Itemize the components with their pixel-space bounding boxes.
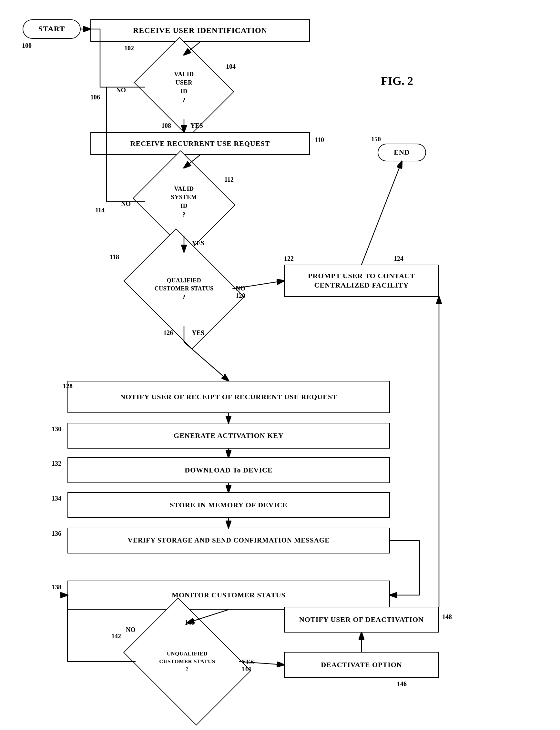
label-120: 120: [236, 292, 245, 299]
label-108: 108: [161, 122, 171, 129]
label-no-142: NO: [126, 626, 136, 634]
label-142: 142: [111, 633, 121, 640]
verify-storage-node: VERIFY STORAGE AND SEND CONFIRMATION MES…: [67, 528, 390, 553]
label-122: 122: [284, 255, 294, 262]
label-102: 102: [124, 45, 134, 52]
unqualified-customer-node: UNQUALIFIEDCUSTOMER STATUS?: [136, 623, 239, 700]
label-146: 146: [397, 680, 407, 688]
receive-recurrent-node: RECEIVE RECURRENT USE REQUEST: [90, 132, 310, 155]
label-126: 126: [163, 329, 173, 337]
qualified-customer-node: QUALIFIEDCUSTOMER STATUS?: [136, 252, 232, 326]
valid-system-id-node: VALIDSYSTEMID?: [145, 168, 223, 236]
label-106: 106: [90, 94, 100, 101]
generate-key-node: GENERATE ACTIVATION KEY: [67, 423, 390, 449]
label-150: 150: [371, 136, 381, 143]
label-104: 104: [226, 63, 236, 70]
flowchart-arrows: [0, 0, 560, 730]
prompt-user-node: PROMPT USER TO CONTACT CENTRALIZED FACIL…: [284, 265, 439, 297]
label-112: 112: [224, 176, 234, 183]
svg-line-14: [361, 161, 402, 265]
notify-deactivation-node: NOTIFY USER OF DEACTIVATION: [284, 607, 439, 633]
label-118: 118: [110, 253, 119, 261]
receive-user-id-node: RECEIVE USER IDENTIFICATION: [90, 19, 310, 42]
label-144: 144: [241, 665, 251, 673]
monitor-customer-node: MONITOR CUSTOMER STATUS: [67, 581, 390, 610]
label-no-120: NO: [236, 285, 245, 292]
start-node: START: [23, 19, 81, 39]
flowchart-diagram: FIG. 2 START 100 RECEIVE USER IDENTIFICA…: [0, 0, 560, 730]
figure-label: FIG. 2: [381, 74, 413, 88]
end-node: END: [378, 144, 426, 161]
label-132: 132: [52, 460, 61, 467]
deactivate-node: DEACTIVATE OPTION: [284, 652, 439, 678]
label-140: 140: [185, 619, 194, 626]
label-128: 128: [63, 382, 73, 390]
label-yes-144: YES: [241, 658, 254, 666]
store-memory-node: STORE IN MEMORY OF DEVICE: [67, 492, 390, 518]
label-136: 136: [52, 530, 61, 537]
label-130: 130: [52, 425, 61, 433]
valid-user-id-node: VALIDUSERID?: [145, 55, 223, 119]
label-148: 148: [442, 613, 452, 621]
download-node: DOWNLOAD To DEVICE: [67, 457, 390, 483]
notify-user-node: NOTIFY USER OF RECEIPT OF RECURRENT USE …: [67, 381, 390, 413]
label-114: 114: [95, 207, 105, 214]
label-134: 134: [52, 495, 61, 502]
label-yes-126: YES: [192, 329, 204, 337]
label-100: 100: [22, 42, 32, 49]
label-110: 110: [315, 136, 324, 144]
label-124: 124: [394, 255, 403, 262]
label-yes-108: YES: [190, 122, 203, 129]
label-no-114: NO: [121, 200, 131, 208]
label-138: 138: [52, 583, 61, 591]
label-no-106: NO: [116, 86, 126, 94]
